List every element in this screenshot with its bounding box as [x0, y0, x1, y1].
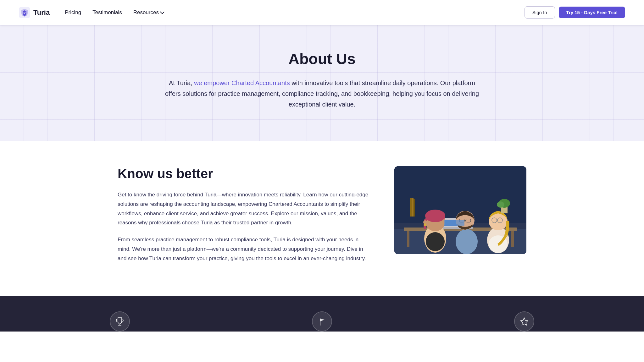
- footer-icon-circle-2: [312, 311, 332, 332]
- logo[interactable]: Turia: [19, 7, 50, 18]
- office-image: [394, 166, 526, 254]
- svg-point-15: [424, 223, 426, 226]
- svg-marker-37: [520, 318, 528, 325]
- nav-item-testimonials[interactable]: Testimonials: [92, 9, 122, 16]
- star-icon: [519, 316, 529, 326]
- about-description: At Turia, we empower Charted Accountants…: [165, 78, 479, 110]
- about-heading: About Us: [19, 50, 625, 68]
- know-us-para1: Get to know the driving force behind Tur…: [118, 190, 369, 228]
- logo-icon: [19, 7, 30, 18]
- know-us-para2: From seamless practice management to rob…: [118, 235, 369, 263]
- svg-rect-33: [444, 220, 464, 226]
- navbar-left: Turia Pricing Testimonials Resources: [19, 7, 164, 18]
- office-scene-svg: [394, 166, 526, 254]
- trial-button[interactable]: Try 15 - Days Free Trial: [559, 7, 625, 18]
- svg-rect-31: [412, 198, 414, 217]
- svg-point-29: [497, 201, 504, 208]
- svg-rect-30: [410, 198, 412, 217]
- trophy-icon: [115, 316, 125, 326]
- logo-text: Turia: [33, 8, 50, 17]
- about-prefix: At Turia,: [169, 80, 194, 86]
- know-us-heading: Know us better: [118, 166, 369, 181]
- svg-point-16: [456, 229, 478, 254]
- nav-item-pricing[interactable]: Pricing: [65, 9, 81, 16]
- about-highlight: we empower Charted Accountants: [194, 80, 290, 86]
- navbar: Turia Pricing Testimonials Resources Sig…: [0, 0, 644, 25]
- know-us-text: Know us better Get to know the driving f…: [118, 166, 369, 271]
- resources-link[interactable]: Resources: [133, 9, 164, 16]
- chevron-down-icon: [160, 10, 164, 14]
- testimonials-link[interactable]: Testimonials: [92, 9, 122, 15]
- nav-links: Pricing Testimonials Resources: [65, 9, 164, 16]
- footer-icon-circle-3: [514, 311, 534, 332]
- footer-icon-item-1: [110, 311, 130, 332]
- navbar-right: Sign In Try 15 - Days Free Trial: [525, 6, 625, 19]
- know-us-section: Know us better Get to know the driving f…: [0, 141, 644, 296]
- footer-section: [0, 296, 644, 332]
- svg-rect-5: [407, 231, 409, 247]
- svg-rect-32: [414, 199, 415, 217]
- svg-point-11: [426, 232, 445, 251]
- pricing-link[interactable]: Pricing: [65, 9, 81, 15]
- signin-button[interactable]: Sign In: [525, 6, 555, 19]
- footer-icon-item-2: [312, 311, 332, 332]
- know-us-image: [394, 166, 526, 254]
- svg-rect-6: [511, 231, 514, 247]
- flag-icon: [317, 316, 327, 326]
- footer-icon-circle-1: [110, 311, 130, 332]
- footer-icon-item-3: [514, 311, 534, 332]
- nav-item-resources[interactable]: Resources: [133, 9, 164, 16]
- about-section: About Us At Turia, we empower Charted Ac…: [0, 25, 644, 141]
